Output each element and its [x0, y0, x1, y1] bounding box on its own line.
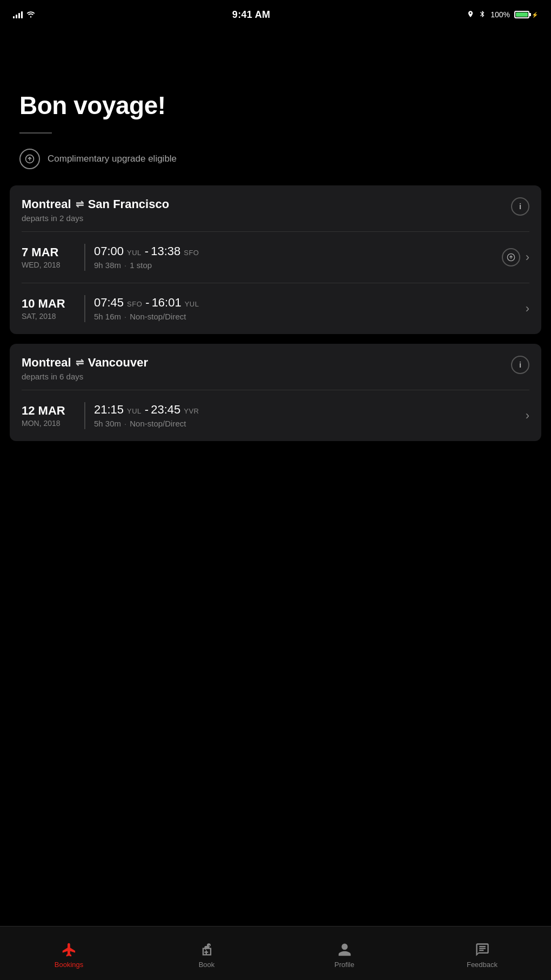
hero-divider: [19, 132, 52, 134]
card-departs-1: departs in 2 days: [22, 214, 169, 223]
status-bar: 9:41 AM 100% ⚡: [0, 0, 551, 27]
booking-card-1: Montreal ⇌ San Francisco departs in 2 da…: [10, 185, 541, 334]
flight-upgrade-button-1a[interactable]: [502, 248, 520, 266]
nav-item-book[interactable]: Book: [138, 938, 276, 969]
feedback-icon: [475, 942, 490, 957]
flight-times-2a: 21:15 YUL - 23:45 YVR 5h 30m · Non-stop/…: [94, 403, 517, 428]
hero-title: Bon voyage!: [19, 92, 532, 119]
nav-label-profile: Profile: [334, 961, 354, 969]
flight-detail-chevron-2a[interactable]: ›: [526, 409, 529, 423]
upgrade-badge: Complimentary upgrade eligible: [19, 149, 532, 169]
location-icon: [467, 10, 474, 19]
nav-item-bookings[interactable]: Bookings: [0, 938, 138, 969]
flight-actions-1a: ›: [502, 248, 529, 266]
wifi-icon: [26, 10, 36, 19]
flight-detail-chevron-1a[interactable]: ›: [526, 250, 529, 264]
profile-icon: [337, 942, 352, 957]
bottom-nav: Bookings Book Profile Feedback: [0, 926, 551, 980]
card-header-1: Montreal ⇌ San Francisco departs in 2 da…: [10, 185, 541, 231]
flight-date-2a: 12 MAR MON, 2018: [22, 404, 76, 428]
status-left: [13, 10, 36, 19]
battery-percent: 100%: [490, 10, 510, 19]
date-separator: [84, 244, 85, 271]
flight-row-2a: 12 MAR MON, 2018 21:15 YUL - 23:45 YVR 5…: [10, 390, 541, 441]
upgrade-text: Complimentary upgrade eligible: [48, 154, 177, 164]
flight-date-1a: 7 MAR WED, 2018: [22, 245, 76, 269]
nav-item-feedback[interactable]: Feedback: [413, 938, 551, 969]
book-icon: [199, 942, 214, 957]
hero-section: Bon voyage! Complimentary upgrade eligib…: [0, 27, 551, 185]
bookings-icon: [62, 942, 77, 957]
cards-container: Montreal ⇌ San Francisco departs in 2 da…: [0, 185, 551, 441]
flight-times-1a: 07:00 YUL - 13:38 SFO 9h 38m · 1 stop: [94, 244, 493, 270]
flight-times-1b: 07:45 SFO - 16:01 YUL 5h 16m · Non-stop/…: [94, 296, 517, 321]
info-button-1[interactable]: i: [511, 197, 529, 216]
date-separator-2a: [84, 402, 85, 429]
flight-date-1b: 10 MAR SAT, 2018: [22, 297, 76, 321]
status-right: 100% ⚡: [467, 10, 538, 19]
route-arrow-icon-2: ⇌: [76, 357, 84, 369]
card-route-1: Montreal ⇌ San Francisco: [22, 197, 169, 211]
info-button-2[interactable]: i: [511, 356, 529, 374]
flight-row-1b: 10 MAR SAT, 2018 07:45 SFO - 16:01 YUL 5…: [10, 283, 541, 334]
bluetooth-icon: [479, 10, 486, 19]
nav-label-bookings: Bookings: [55, 961, 83, 969]
flight-row-1a: 7 MAR WED, 2018 07:00 YUL - 13:38 SFO 9h…: [10, 232, 541, 283]
upgrade-icon: [19, 149, 40, 169]
nav-label-book: Book: [199, 961, 215, 969]
battery-icon: ⚡: [514, 11, 538, 18]
nav-label-feedback: Feedback: [467, 961, 498, 969]
booking-card-2: Montreal ⇌ Vancouver departs in 6 days i…: [10, 344, 541, 441]
date-separator-1b: [84, 295, 85, 322]
nav-item-profile[interactable]: Profile: [276, 938, 413, 969]
charging-icon: ⚡: [532, 12, 538, 18]
flight-actions-1b: ›: [526, 302, 529, 316]
flight-detail-chevron-1b[interactable]: ›: [526, 302, 529, 316]
flight-actions-2a: ›: [526, 409, 529, 423]
signal-bars-icon: [13, 11, 23, 18]
card-header-2: Montreal ⇌ Vancouver departs in 6 days i: [10, 344, 541, 390]
status-time: 9:41 AM: [232, 9, 270, 21]
route-arrow-icon: ⇌: [76, 198, 84, 210]
card-route-2: Montreal ⇌ Vancouver: [22, 356, 148, 370]
card-departs-2: departs in 6 days: [22, 372, 148, 381]
